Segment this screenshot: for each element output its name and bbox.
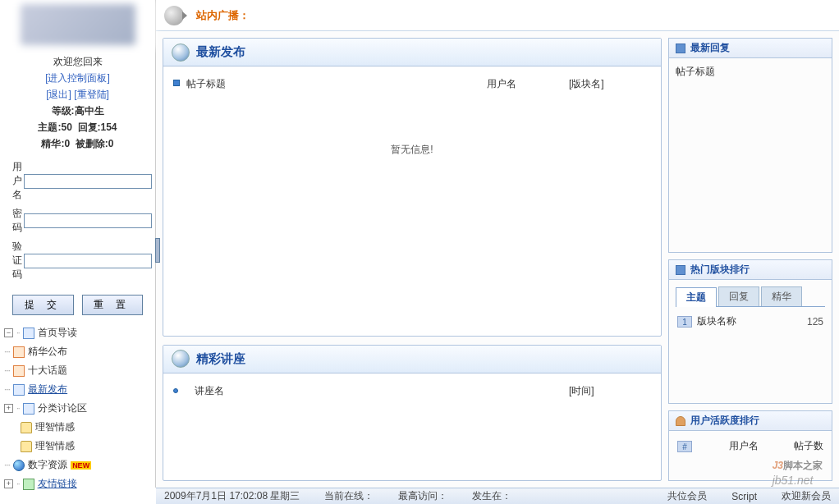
status-members: 共位会员 xyxy=(667,489,707,503)
sidebar: 欢迎您回来 [进入控制面板] [退出] [重登陆] 等级:高中生 主题:50 回… xyxy=(0,0,156,488)
tree-top10[interactable]: ···· 十大话题 xyxy=(0,361,155,380)
col-active-user: 用户名 xyxy=(704,439,784,453)
active-user-panel: 用户活跃度排行 # 用户名 帖子数 xyxy=(668,410,832,481)
username-label: 用户名 xyxy=(12,160,24,202)
top10-icon xyxy=(13,365,25,377)
captcha-input[interactable] xyxy=(24,254,152,268)
reply-count: 154 xyxy=(101,121,117,133)
expand-icon[interactable]: + xyxy=(4,479,13,488)
tree-links[interactable]: +·· 友情链接 xyxy=(0,474,155,493)
bullet-icon xyxy=(173,388,178,393)
tree-latest-label: 最新发布 xyxy=(28,383,67,396)
tree-category[interactable]: +·· 分类讨论区 xyxy=(0,399,155,418)
relogin-link[interactable]: [重登陆] xyxy=(74,89,109,100)
submit-button[interactable]: 提 交 xyxy=(12,295,74,315)
tree-line: ·· xyxy=(16,328,20,337)
tree-links-label: 友情链接 xyxy=(38,477,77,491)
speaker-icon xyxy=(164,6,184,25)
main-area: 站内广播： 最新发布 帖子标题 用户名 [版块名] xyxy=(156,0,839,488)
rank-badge-icon: # xyxy=(677,441,692,452)
latest-panel-title: 最新发布 xyxy=(196,44,245,60)
welcome-text: 欢迎您回来 xyxy=(53,56,103,67)
col-user: 用户名 xyxy=(487,77,569,91)
topic-label: 主题: xyxy=(38,121,61,133)
resize-handle[interactable] xyxy=(155,238,160,263)
deleted-label: 被删除: xyxy=(76,138,108,149)
latest-icon xyxy=(13,384,25,396)
tab-essence[interactable]: 精华 xyxy=(761,286,802,306)
col-lecture-name: 讲座名 xyxy=(186,384,569,398)
tree-digital[interactable]: ···· 数字资源 NEW xyxy=(0,456,155,474)
status-datetime: 2009年7月1日 17:02:08 星期三 xyxy=(164,489,300,503)
lecture-panel: 精彩讲座 讲座名 [时间] xyxy=(163,345,662,481)
avatar-image xyxy=(21,4,135,45)
tree-home-label: 首页导读 xyxy=(38,326,77,340)
user-avatar-area xyxy=(0,0,155,49)
deleted-count: 0 xyxy=(108,138,114,149)
captcha-label: 验证码 xyxy=(12,240,24,282)
tree-sub1-label: 理智情感 xyxy=(35,420,75,434)
rank-name: 版块名称 xyxy=(697,314,807,328)
logout-link[interactable]: [退出] xyxy=(46,89,71,100)
empty-message: 暂无信息! xyxy=(173,94,651,206)
reply-col-title: 帖子标题 xyxy=(676,66,715,77)
category-icon xyxy=(23,403,34,415)
user-info: 欢迎您回来 [进入控制面板] [退出] [重登陆] 等级:高中生 主题:50 回… xyxy=(0,49,155,156)
col-time: [时间] xyxy=(569,384,651,398)
essence-count: 0 xyxy=(64,138,70,149)
status-online: 当前在线： xyxy=(324,489,374,503)
tree-line: ···· xyxy=(4,385,10,394)
login-form: 用户名 密 码 验证码 xyxy=(0,156,155,291)
reset-button[interactable]: 重 置 xyxy=(82,295,144,315)
hot-icon xyxy=(676,265,685,275)
status-welcome: 欢迎新会员 xyxy=(782,489,831,503)
tree-digital-label: 数字资源 xyxy=(28,458,67,472)
control-panel-link[interactable]: [进入控制面板] xyxy=(45,72,110,84)
person-icon xyxy=(676,416,685,426)
topic-count: 50 xyxy=(61,121,71,133)
broadcast-label: 站内广播： xyxy=(196,8,250,23)
tree-line: ···· xyxy=(4,460,10,470)
username-input[interactable] xyxy=(24,174,152,189)
tree-line: ···· xyxy=(4,366,10,375)
globe-icon xyxy=(13,460,25,471)
status-happen: 发生在： xyxy=(472,489,511,503)
folder-icon xyxy=(21,441,32,452)
active-header: # 用户名 帖子数 xyxy=(676,438,825,455)
page-icon xyxy=(23,328,34,339)
rank-row[interactable]: 1 版块名称 125 xyxy=(676,312,825,331)
latest-reply-title: 最新回复 xyxy=(690,41,730,55)
tree-latest[interactable]: ···· 最新发布 xyxy=(0,380,155,399)
latest-table-header: 帖子标题 用户名 [版块名] xyxy=(173,75,651,94)
expand-icon[interactable]: + xyxy=(4,404,13,413)
lecture-table-header: 讲座名 [时间] xyxy=(173,382,651,401)
tree-essence-label: 精华公布 xyxy=(28,345,67,359)
col-active-posts: 帖子数 xyxy=(784,439,823,453)
tree-home[interactable]: −·· 首页导读 xyxy=(0,323,155,342)
col-title: 帖子标题 xyxy=(186,77,487,91)
tree-top10-label: 十大话题 xyxy=(28,364,67,378)
new-badge: NEW xyxy=(71,461,91,470)
broadcast-bar: 站内广播： xyxy=(156,0,839,31)
folder-icon xyxy=(21,422,32,433)
tree-sub1[interactable]: 理智情感 xyxy=(0,418,155,437)
tree-line: ·· xyxy=(16,404,20,413)
latest-reply-panel: 最新回复 帖子标题 xyxy=(668,38,832,253)
bullet-icon xyxy=(173,80,180,86)
tab-reply[interactable]: 回复 xyxy=(718,286,759,306)
tree-line: ···· xyxy=(4,347,10,356)
col-board: [版块名] xyxy=(569,77,651,91)
panel-icon xyxy=(172,44,190,62)
panel-icon xyxy=(172,350,190,368)
lecture-panel-title: 精彩讲座 xyxy=(196,351,245,367)
status-bar: 2009年7月1日 17:02:08 星期三 当前在线： 最高访问： 发生在： … xyxy=(156,488,839,504)
collapse-icon[interactable]: − xyxy=(4,328,13,337)
hot-board-panel: 热门版块排行 主题 回复 精华 1 版块名称 125 xyxy=(668,259,832,404)
tree-sub2[interactable]: 理智情感 xyxy=(0,437,155,456)
reply-label: 回复: xyxy=(78,121,101,133)
tree-essence[interactable]: ···· 精华公布 xyxy=(0,342,155,361)
status-max: 最高访问： xyxy=(398,489,447,503)
password-input[interactable] xyxy=(24,213,152,228)
tab-topic[interactable]: 主题 xyxy=(676,287,717,307)
nav-tree: −·· 首页导读 ···· 精华公布 ···· 十大话题 ···· 最新发布 +… xyxy=(0,319,155,497)
